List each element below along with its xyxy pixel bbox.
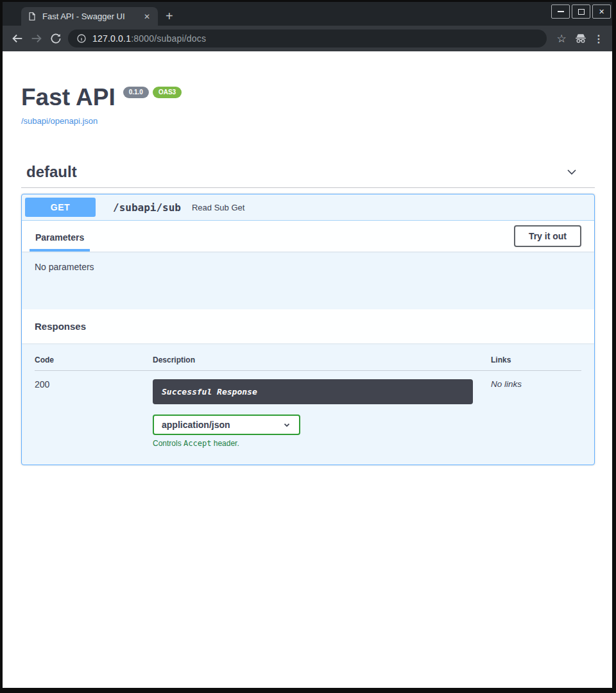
maximize-icon: [578, 9, 585, 15]
tab-parameters: Parameters: [30, 223, 90, 252]
collapse-section-button[interactable]: [565, 166, 578, 178]
swagger-page: Fast API 0.1.0 OAS3 /subapi/openapi.json…: [3, 51, 612, 688]
openapi-spec-link[interactable]: /subapi/openapi.json: [21, 116, 98, 126]
arrow-right-icon: [30, 31, 44, 46]
arrow-left-icon: [10, 31, 24, 46]
reload-button[interactable]: [46, 29, 65, 48]
response-code: 200: [35, 371, 153, 448]
address-bar[interactable]: 127.0.0.1:8000/subapi/docs: [68, 30, 547, 47]
operation-description: Read Sub Get: [192, 203, 244, 212]
browser-menu-icon[interactable]: ⋮: [590, 29, 607, 48]
reload-icon: [49, 32, 62, 45]
responses-grid: Code Description Links 200 Successful Re…: [35, 355, 581, 448]
back-button[interactable]: [8, 29, 27, 48]
window-controls: ✕: [551, 4, 611, 19]
responses-header: Responses: [22, 309, 594, 343]
operation-path: /subapi/sub: [113, 201, 181, 214]
no-parameters-message: No parameters: [22, 252, 594, 309]
forward-button[interactable]: [27, 29, 46, 48]
url-text: 127.0.0.1:8000/subapi/docs: [92, 33, 206, 44]
page-title: Fast API: [21, 85, 116, 109]
browser-window: Fast API - Swagger UI ✕ + ✕ 127.0.0.1:80…: [0, 0, 616, 693]
column-header-links: Links: [478, 355, 581, 371]
operation-summary[interactable]: GET /subapi/sub Read Sub Get: [22, 194, 594, 221]
incognito-icon: [571, 29, 590, 48]
opblock-get: GET /subapi/sub Read Sub Get Parameters …: [21, 194, 595, 465]
accept-header-note: Controls Accept header.: [153, 439, 478, 448]
info-icon: [76, 33, 87, 44]
accept-code: Accept: [184, 439, 211, 448]
column-header-code: Code: [35, 355, 153, 371]
chevron-down-icon: [565, 166, 578, 178]
tag-section-header[interactable]: default: [21, 163, 595, 188]
method-badge: GET: [25, 198, 96, 217]
browser-tab[interactable]: Fast API - Swagger UI ✕: [21, 7, 158, 26]
tab-title: Fast API - Swagger UI: [42, 12, 141, 21]
version-badge: 0.1.0: [123, 87, 149, 98]
response-description-cell: Successful Response application/json Con…: [153, 371, 478, 448]
minimize-icon: [558, 11, 564, 12]
window-maximize-button[interactable]: [572, 4, 590, 19]
response-links: No links: [478, 371, 581, 448]
url-host: 127.0.0.1: [92, 33, 131, 44]
media-type-value: application/json: [162, 420, 230, 430]
window-minimize-button[interactable]: [551, 4, 570, 19]
tag-name: default: [26, 163, 77, 181]
url-path: :8000/subapi/docs: [131, 33, 206, 44]
select-chevron-down-icon: [282, 420, 291, 429]
window-close-button[interactable]: ✕: [592, 4, 611, 19]
oas3-badge: OAS3: [153, 87, 182, 98]
page-favicon-icon: [28, 12, 37, 21]
new-tab-button[interactable]: +: [166, 10, 173, 22]
title-badges: 0.1.0 OAS3: [123, 87, 182, 98]
tab-close-icon[interactable]: ✕: [141, 11, 153, 22]
media-type-select[interactable]: application/json: [153, 415, 300, 435]
browser-toolbar: 127.0.0.1:8000/subapi/docs ☆ ⋮: [3, 26, 612, 51]
responses-table: Code Description Links 200 Successful Re…: [22, 343, 594, 465]
bookmark-star-icon[interactable]: ☆: [552, 29, 571, 48]
response-description: Successful Response: [153, 379, 473, 404]
parameters-header: Parameters Try it out: [22, 221, 594, 252]
column-header-description: Description: [153, 355, 478, 371]
tab-strip: Fast API - Swagger UI ✕ + ✕: [3, 2, 612, 26]
try-it-out-button[interactable]: Try it out: [514, 225, 581, 247]
api-title-block: Fast API 0.1.0 OAS3: [21, 85, 595, 109]
